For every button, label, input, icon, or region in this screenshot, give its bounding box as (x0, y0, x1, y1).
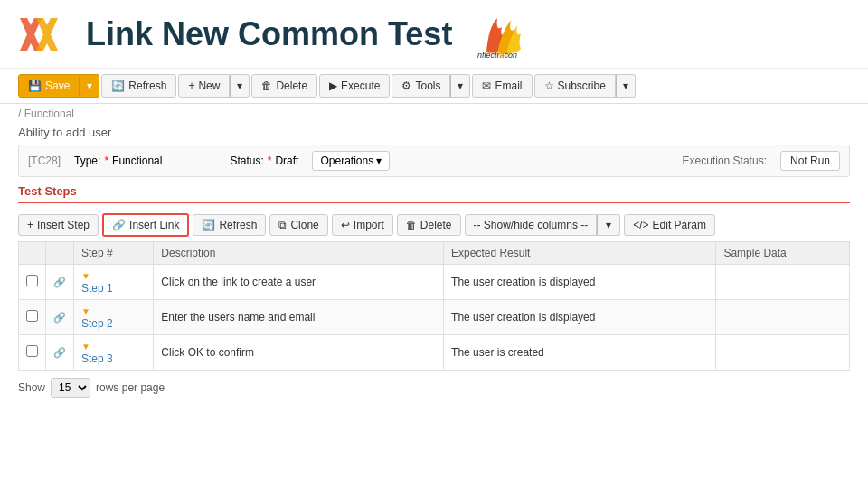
subscribe-dropdown-button[interactable]: ▾ (616, 74, 636, 98)
clone-button[interactable]: ⧉ Clone (269, 214, 327, 236)
row-checkbox-cell (19, 335, 46, 371)
svg-text:nflectracon: nflectracon (477, 51, 517, 59)
tools-button-group: ⚙ Tools ▾ (392, 74, 470, 98)
tools-dropdown-button[interactable]: ▾ (450, 74, 470, 98)
row-expected-result: The user creation is displayed (444, 300, 716, 335)
refresh-button[interactable]: 🔄 Refresh (101, 74, 176, 98)
tc-status-field: Status: * Draft (230, 155, 298, 167)
show-label: Show (18, 381, 45, 394)
new-button-group: + New ▾ (178, 74, 250, 98)
status-label: Status: (230, 155, 263, 167)
show-hide-columns-button[interactable]: -- Show/hide columns -- (465, 214, 598, 236)
execute-button[interactable]: ▶ Execute (319, 74, 390, 98)
insert-link-button[interactable]: 🔗 Insert Link (102, 213, 189, 237)
refresh-icon: 🔄 (111, 80, 125, 92)
save-icon: 💾 (28, 80, 42, 92)
exec-status-value: Not Run (780, 151, 840, 171)
inflectra-logo-icon (18, 16, 68, 52)
col-description: Description (154, 242, 444, 265)
insert-step-button[interactable]: + Insert Step (18, 214, 99, 236)
row-checkbox[interactable] (26, 310, 38, 322)
link-icon: 🔗 (53, 347, 66, 358)
plus-icon: + (188, 80, 194, 92)
row-description: Click OK to confirm (154, 335, 444, 371)
email-icon: ✉ (482, 80, 491, 92)
link-icon: 🔗 (112, 219, 126, 231)
row-checkbox-cell (19, 300, 46, 335)
code-icon: </> (633, 219, 648, 231)
test-steps-section: Test Steps + Insert Step 🔗 Insert Link 🔄… (18, 184, 850, 371)
table-row: 🔗 ▼ Step 1 Click on the link to create a… (19, 265, 850, 300)
row-checkbox[interactable] (26, 275, 38, 286)
step-chevron: ▼ (81, 306, 90, 316)
plus-icon: + (27, 219, 33, 231)
col-icon (46, 242, 74, 265)
table-header-row: Step # Description Expected Result Sampl… (19, 242, 850, 265)
row-checkbox[interactable] (26, 345, 38, 357)
subtitle: Ability to add user (0, 124, 868, 145)
col-step-num: Step # (74, 242, 154, 265)
new-button[interactable]: + New (178, 74, 230, 98)
tc-type-field: Type: * Functional (74, 155, 162, 167)
trash-icon: 🗑 (406, 219, 417, 231)
row-sample-data (716, 335, 850, 371)
import-icon: ↩ (341, 219, 350, 231)
row-icon-cell: 🔗 (46, 265, 74, 300)
test-steps-title: Test Steps (18, 184, 850, 203)
steps-delete-button[interactable]: 🗑 Delete (397, 214, 461, 236)
operations-dropdown-button[interactable]: Operations ▾ (312, 151, 390, 171)
step-chevron: ▼ (81, 271, 90, 281)
toolbar: 💾 Save ▾ 🔄 Refresh + New ▾ 🗑 Delete ▶ Ex… (0, 69, 868, 104)
pagination: Show 15 25 50 rows per page (0, 371, 868, 405)
link-icon: 🔗 (53, 277, 66, 287)
header: Link New Common Test nflectracon (0, 0, 868, 69)
steps-table: Step # Description Expected Result Sampl… (18, 241, 850, 371)
save-button-group: 💾 Save ▾ (18, 74, 99, 98)
step-link[interactable]: Step 1 (81, 282, 146, 295)
tools-button[interactable]: ⚙ Tools (392, 74, 450, 98)
row-icon-cell: 🔗 (46, 300, 74, 335)
row-step-num: ▼ Step 2 (74, 300, 154, 335)
row-icon-cell: 🔗 (46, 335, 74, 371)
row-sample-data (716, 265, 850, 300)
steps-refresh-button[interactable]: 🔄 Refresh (193, 214, 266, 236)
subscribe-button[interactable]: ☆ Subscribe (534, 74, 616, 98)
trash-icon: 🗑 (261, 80, 272, 92)
star-icon: ☆ (544, 80, 554, 92)
import-button[interactable]: ↩ Import (332, 214, 393, 236)
row-description: Click on the link to create a user (154, 265, 444, 300)
show-hide-columns-group: -- Show/hide columns -- ▾ (465, 214, 621, 236)
show-hide-dropdown-button[interactable]: ▾ (597, 214, 620, 236)
steps-toolbar: + Insert Step 🔗 Insert Link 🔄 Refresh ⧉ … (18, 209, 850, 241)
save-button[interactable]: 💾 Save (18, 74, 80, 98)
edit-param-button[interactable]: </> Edit Param (624, 214, 715, 236)
status-value: Draft (275, 155, 298, 167)
email-button[interactable]: ✉ Email (472, 74, 532, 98)
row-sample-data (716, 300, 850, 335)
logo-area: Link New Common Test (18, 15, 452, 53)
row-description: Enter the users name and email (154, 300, 444, 335)
exec-status-label: Execution Status: (683, 155, 767, 167)
breadcrumb: / Functional (0, 104, 868, 124)
save-dropdown-button[interactable]: ▾ (80, 74, 99, 98)
tc-id: [TC28] (28, 155, 61, 167)
step-link[interactable]: Step 3 (81, 352, 146, 365)
type-label: Type: (74, 155, 100, 167)
rows-per-page-select[interactable]: 15 25 50 (51, 378, 90, 398)
brand-logo: nflectracon (452, 9, 533, 59)
table-row: 🔗 ▼ Step 3 Click OK to confirm The user … (19, 335, 850, 371)
status-required-star: * (268, 155, 272, 167)
row-expected-result: The user is created (444, 335, 716, 371)
delete-button[interactable]: 🗑 Delete (251, 74, 317, 98)
clone-icon: ⧉ (278, 219, 287, 231)
step-chevron: ▼ (81, 342, 90, 352)
rows-per-page-label: rows per page (96, 381, 165, 394)
row-step-num: ▼ Step 1 (74, 265, 154, 300)
new-dropdown-button[interactable]: ▾ (230, 74, 250, 98)
play-icon: ▶ (329, 80, 337, 92)
row-expected-result: The user creation is displayed (444, 265, 716, 300)
tc-info-bar: [TC28] Type: * Functional Status: * Draf… (18, 145, 850, 177)
step-link[interactable]: Step 2 (81, 317, 146, 330)
row-step-num: ▼ Step 3 (74, 335, 154, 371)
table-row: 🔗 ▼ Step 2 Enter the users name and emai… (19, 300, 850, 335)
